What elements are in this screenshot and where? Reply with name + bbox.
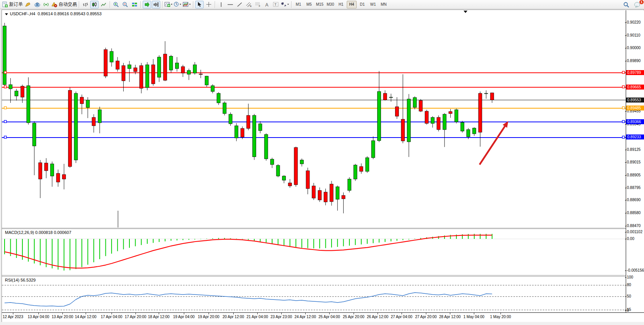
x-axis-tick xyxy=(209,313,209,314)
tab-timeframe-m15[interactable]: M15 xyxy=(315,1,325,8)
svg-text:A: A xyxy=(265,2,268,7)
x-axis-tick xyxy=(329,313,330,314)
x-axis-tick xyxy=(184,313,184,314)
price-badge: 0.89366 xyxy=(626,119,644,124)
price-axis[interactable]: 0.902200.901100.900000.898900.894550.893… xyxy=(626,10,644,313)
y-axis-label: 0.88795 xyxy=(627,186,641,190)
main-chart-pane[interactable]: USDCHF-,H4 0.89614 0.89616 0.89543 0.895… xyxy=(2,10,626,228)
chart-window: USDCHF-,H4 0.89614 0.89616 0.89543 0.895… xyxy=(2,10,644,322)
x-axis-label: 13 Apr 20:00 xyxy=(52,315,73,319)
y-axis-label: 0.89890 xyxy=(627,59,641,63)
bar-chart-button[interactable] xyxy=(81,1,89,8)
x-axis-tick xyxy=(257,313,258,314)
chart-shift-button[interactable] xyxy=(152,1,160,8)
toolbar-separator xyxy=(110,1,110,8)
macd-values: 0.000818 0.000607 xyxy=(35,230,71,235)
x-axis-label: 17 Apr 04:00 xyxy=(101,315,123,319)
x-axis-label: 23 Apr 23:00 xyxy=(271,315,292,319)
chart-title: USDCHF-,H4 0.89614 0.89616 0.89543 0.895… xyxy=(5,11,102,16)
sound-icon xyxy=(25,2,31,7)
zoom-out-button[interactable] xyxy=(121,1,129,8)
crosshair-button[interactable] xyxy=(204,1,213,8)
chart-shift-marker[interactable] xyxy=(464,11,467,13)
crosshair-icon xyxy=(206,2,212,7)
x-axis-tick xyxy=(112,313,112,314)
y-axis-label: 0.88690 xyxy=(627,198,641,202)
tab-timeframe-h1[interactable]: H1 xyxy=(336,1,346,8)
trendline-button[interactable] xyxy=(235,1,244,8)
macd-pane[interactable]: MACD(12,26,9) 0.000818 0.000607 xyxy=(2,229,626,275)
auto-scroll-button[interactable] xyxy=(143,1,151,8)
search-icon xyxy=(623,2,630,8)
x-axis-label: 12 Apr 2023 xyxy=(3,315,23,319)
templates-menu-button[interactable] xyxy=(183,1,191,8)
macd-label: MACD(12,26,9) xyxy=(5,230,34,235)
cursor-button[interactable] xyxy=(195,1,204,8)
x-axis-label: 21 Apr 04:00 xyxy=(247,315,268,319)
x-axis-tick xyxy=(402,313,402,314)
y-axis-label: 0.90000 xyxy=(627,46,641,50)
new-chart-menu-button[interactable] xyxy=(164,1,173,8)
new-chart-menu-icon xyxy=(164,2,173,7)
price-badge: 0.89789 xyxy=(626,70,644,75)
y-axis-label: 0.88905 xyxy=(627,173,641,177)
tab-timeframe-mn[interactable]: MN xyxy=(379,1,389,8)
line-chart-button[interactable] xyxy=(99,1,108,8)
search-button[interactable] xyxy=(622,1,630,8)
x-axis-label: 19 Apr 20:00 xyxy=(198,315,220,319)
fibonacci-button[interactable]: F xyxy=(253,1,262,8)
text-button[interactable]: A xyxy=(263,1,271,8)
periods-menu-button[interactable] xyxy=(174,1,182,8)
candlestick-canvas[interactable] xyxy=(2,10,626,228)
time-axis[interactable]: 12 Apr 202313 Apr 04:0013 Apr 20:0014 Ap… xyxy=(2,312,644,322)
toolbar-separator xyxy=(162,1,163,8)
zoom-in-button[interactable] xyxy=(112,1,120,8)
rsi-axis-label: 80 xyxy=(627,283,631,287)
tab-timeframe-h4[interactable]: H4 xyxy=(347,1,357,8)
horizontal-line-button[interactable] xyxy=(226,1,234,8)
tab-timeframe-w1[interactable]: W1 xyxy=(368,1,378,8)
community-button[interactable] xyxy=(33,1,41,8)
signals-button[interactable] xyxy=(42,1,50,8)
bar-chart-icon xyxy=(83,2,88,7)
x-axis-label: 25 Apr 20:00 xyxy=(343,315,365,319)
autotrade-label: 自动交易 xyxy=(59,1,77,8)
chat-badge: 1 xyxy=(639,0,644,4)
price-badge: 0.89485 xyxy=(626,106,644,110)
candlestick-chart-icon xyxy=(92,2,97,7)
tab-timeframe-d1[interactable]: D1 xyxy=(357,1,367,8)
equidistant-channel-button[interactable]: E xyxy=(244,1,253,8)
tab-timeframe-m1[interactable]: M1 xyxy=(293,1,303,8)
x-axis-tick xyxy=(426,313,426,314)
new-order-button[interactable]: 新订单 xyxy=(2,1,23,8)
rsi-canvas xyxy=(2,277,626,312)
chat-button[interactable]: 1 xyxy=(633,1,641,8)
chart-symbol: USDCHF-,H4 xyxy=(10,11,35,16)
macd-axis-label: 0.001102 xyxy=(627,230,642,234)
one-click-trading-toggle-icon[interactable] xyxy=(5,13,8,15)
auto-scroll-icon xyxy=(144,2,150,7)
zoom-out-icon xyxy=(122,2,128,7)
x-axis-tick xyxy=(474,313,474,314)
toolbar-separator xyxy=(140,1,141,8)
tab-timeframe-m5[interactable]: M5 xyxy=(304,1,314,8)
community-icon xyxy=(34,2,40,7)
chart-ohlc: 0.89614 0.89616 0.89543 0.89553 xyxy=(38,11,102,16)
zoom-in-icon xyxy=(113,2,119,7)
tab-timeframe-m30[interactable]: M30 xyxy=(325,1,335,8)
toolbar: 新订单 xyxy=(0,0,644,9)
autotrade-button[interactable]: 自动交易 xyxy=(51,1,77,8)
candlestick-chart-button[interactable] xyxy=(90,1,99,8)
vertical-line-button[interactable] xyxy=(217,1,225,8)
tile-windows-button[interactable] xyxy=(130,1,139,8)
vertical-line-icon xyxy=(219,2,223,7)
arrows-menu-button[interactable] xyxy=(281,1,289,8)
x-axis-label: 27 Apr 04:00 xyxy=(391,315,413,319)
rsi-pane[interactable]: RSI(14) 56.5329 xyxy=(2,277,626,312)
sound-button[interactable] xyxy=(24,1,32,8)
x-axis-tick xyxy=(135,313,136,314)
price-badge: 0.89665 xyxy=(626,85,644,90)
text-label-button[interactable]: T xyxy=(272,1,280,8)
x-axis-tick xyxy=(501,313,501,314)
chart-shift-icon xyxy=(153,2,159,7)
